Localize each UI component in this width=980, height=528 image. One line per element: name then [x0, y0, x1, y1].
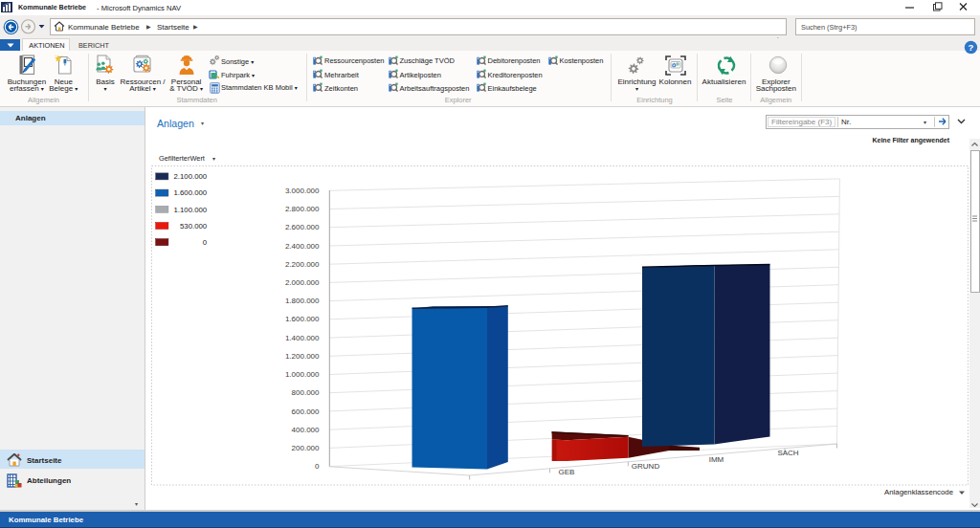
- svg-text:530.000: 530.000: [180, 222, 208, 231]
- svg-text:2.800.000: 2.800.000: [285, 205, 320, 213]
- svg-text:SACH: SACH: [777, 449, 798, 457]
- svg-text:3.000.000: 3.000.000: [285, 187, 320, 195]
- svg-text:GRUND: GRUND: [632, 462, 660, 471]
- svg-text:1.100.000: 1.100.000: [174, 206, 208, 214]
- svg-text:2.000.000: 2.000.000: [285, 278, 320, 287]
- svg-text:1.000.000: 1.000.000: [285, 370, 320, 379]
- svg-text:2.400.000: 2.400.000: [285, 242, 320, 251]
- svg-text:1.800.000: 1.800.000: [285, 297, 320, 305]
- svg-text:1.200.000: 1.200.000: [285, 352, 320, 361]
- svg-text:2.200.000: 2.200.000: [285, 260, 320, 269]
- svg-text:0: 0: [315, 462, 320, 471]
- svg-text:600.000: 600.000: [292, 407, 320, 416]
- svg-text:1.400.000: 1.400.000: [285, 334, 320, 342]
- svg-text:IMM: IMM: [709, 455, 724, 464]
- svg-text:200.000: 200.000: [292, 444, 320, 452]
- svg-text:GEB: GEB: [559, 468, 575, 476]
- svg-text:1.600.000: 1.600.000: [174, 188, 208, 197]
- svg-text:Anlagenklassencode: Anlagenklassencode: [884, 488, 953, 496]
- svg-text:2.100.000: 2.100.000: [174, 172, 208, 181]
- svg-text:400.000: 400.000: [292, 426, 320, 434]
- svg-text:800.000: 800.000: [292, 388, 320, 397]
- svg-text:2.600.000: 2.600.000: [285, 223, 320, 231]
- svg-text:?: ?: [969, 42, 974, 53]
- svg-text:1.600.000: 1.600.000: [285, 315, 320, 323]
- svg-text:0: 0: [203, 238, 208, 247]
